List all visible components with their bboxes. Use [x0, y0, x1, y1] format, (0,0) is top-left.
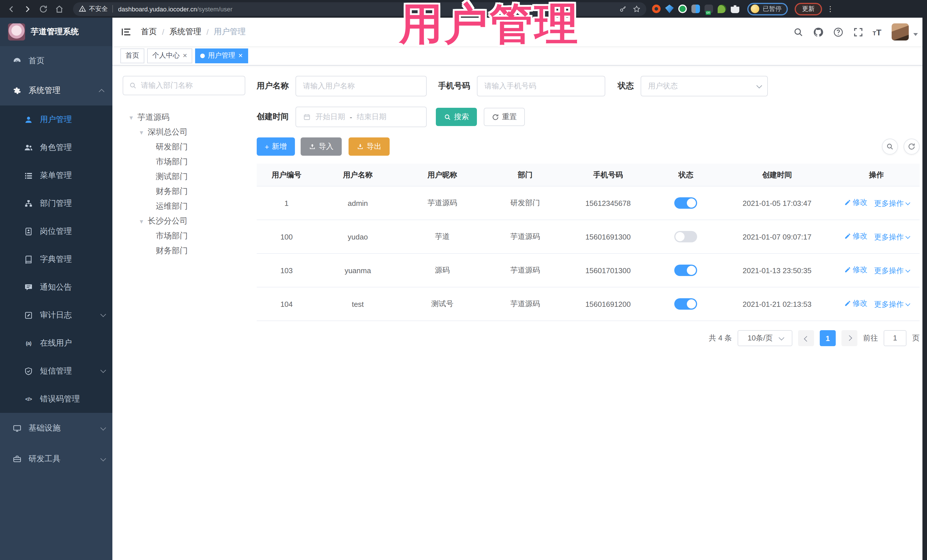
bookmark-star-icon[interactable] [633, 5, 641, 13]
fullscreen-icon[interactable] [853, 27, 863, 37]
caret-expanded-icon[interactable]: ▼ [137, 218, 146, 225]
username-input[interactable]: 请输入用户名称 [295, 76, 427, 96]
more-actions-link[interactable]: 更多操作 [874, 299, 909, 310]
dept-search-input[interactable]: 请输入部门名称 [123, 76, 245, 95]
tag-home[interactable]: 首页 [120, 48, 144, 63]
tree-node-leaf[interactable]: 市场部门 [123, 229, 245, 243]
sidebar-item-user-mgmt[interactable]: 用户管理 [0, 106, 112, 134]
switch-on-extension-icon[interactable] [705, 5, 713, 13]
sidebar-item-devtools[interactable]: 研发工具 [0, 444, 112, 475]
tree-node-company[interactable]: ▼深圳总公司 [123, 125, 245, 140]
tree-node-leaf[interactable]: 财务部门 [123, 184, 245, 199]
prev-page-button[interactable] [798, 330, 814, 346]
green-circle-extension-icon[interactable] [678, 5, 687, 13]
search-button[interactable]: 搜索 [436, 108, 477, 126]
add-button[interactable]: +新增 [257, 137, 295, 156]
tree-node-leaf[interactable]: 研发部门 [123, 140, 245, 155]
page-size-select[interactable]: 10条/页 [738, 330, 792, 346]
close-icon[interactable]: ✕ [182, 52, 187, 59]
font-size-icon[interactable]: TT [872, 27, 881, 37]
tree-node-company[interactable]: ▼长沙分公司 [123, 214, 245, 229]
reset-button[interactable]: 重置 [484, 108, 525, 126]
avatar-caret-down-icon[interactable] [913, 33, 918, 36]
profile-paused-pill[interactable]: 已暂停 [747, 3, 788, 15]
status-toggle[interactable] [675, 265, 698, 276]
tree-node-leaf[interactable]: 市场部门 [123, 155, 245, 169]
export-button[interactable]: 导出 [348, 137, 389, 156]
tree-node-leaf[interactable]: 测试部门 [123, 169, 245, 184]
sidebar-item-online-users[interactable]: (a) 在线用户 [0, 329, 112, 357]
tree-node-root[interactable]: ▼芋道源码 [123, 110, 245, 125]
close-icon[interactable]: ✕ [238, 52, 243, 59]
caret-expanded-icon[interactable]: ▼ [127, 114, 135, 121]
sidebar-item-infra[interactable]: 基础设施 [0, 413, 112, 444]
sidebar-item-post-mgmt[interactable]: 岗位管理 [0, 217, 112, 245]
dept-search-placeholder: 请输入部门名称 [141, 80, 193, 91]
security-label[interactable]: 不安全 [89, 5, 108, 13]
header-search-icon[interactable] [793, 27, 804, 37]
orange-circle-extension-icon[interactable] [652, 5, 661, 13]
more-actions-link[interactable]: 更多操作 [874, 232, 909, 242]
chevron-down-icon [906, 234, 910, 239]
address-bar[interactable]: 不安全 dashboard.yudao.iocoder.cn/system/us… [73, 2, 646, 16]
sidebar-item-role-mgmt[interactable]: 角色管理 [0, 134, 112, 161]
next-page-button[interactable] [842, 330, 857, 346]
window-scrollbar[interactable] [922, 18, 927, 560]
mobile-input[interactable]: 请输入手机号码 [477, 76, 605, 96]
tag-user-mgmt[interactable]: 用户管理✕ [195, 48, 248, 63]
sidebar-item-sms-mgmt[interactable]: 短信管理 [0, 357, 112, 385]
edit-link[interactable]: 修改 [844, 231, 868, 241]
sidebar-item-notice[interactable]: 通知公告 [0, 273, 112, 301]
toolbox-icon [12, 454, 22, 464]
breadcrumb-home[interactable]: 首页 [141, 27, 157, 37]
sidebar-fold-icon[interactable] [120, 26, 132, 38]
sidebar-item-audit-log[interactable]: 审计日志 [0, 301, 112, 329]
forward-icon[interactable] [23, 4, 32, 14]
grid-extension-icon[interactable] [691, 5, 700, 13]
sidebar-item-dict-mgmt[interactable]: 字典管理 [0, 245, 112, 273]
tag-profile[interactable]: 个人中心✕ [147, 48, 193, 63]
app-logo-row[interactable]: 芋道管理系统 [0, 18, 112, 46]
tree-node-leaf[interactable]: 运维部门 [123, 199, 245, 214]
upload-icon [308, 143, 316, 150]
url-path[interactable]: /system/user [197, 5, 233, 12]
import-button[interactable]: 导入 [300, 137, 342, 156]
toggle-search-button[interactable] [882, 138, 898, 155]
user-avatar[interactable] [892, 23, 909, 41]
caret-expanded-icon[interactable]: ▼ [137, 129, 146, 135]
more-actions-link[interactable]: 更多操作 [874, 266, 909, 276]
browser-update-button[interactable]: 更新 [795, 3, 822, 15]
more-actions-link[interactable]: 更多操作 [874, 199, 909, 209]
user-icon [24, 115, 33, 124]
password-key-icon[interactable] [619, 5, 627, 13]
sidebar-item-errorcode-mgmt[interactable]: </> 错误码管理 [0, 385, 112, 413]
status-toggle[interactable] [675, 231, 698, 242]
status-toggle[interactable] [675, 197, 698, 209]
chat-bubble-icon [24, 282, 33, 292]
refresh-table-button[interactable] [904, 138, 919, 155]
sidebar-item-menu-mgmt[interactable]: 菜单管理 [0, 161, 112, 189]
green-leaf-extension-icon[interactable] [718, 5, 726, 13]
back-icon[interactable] [7, 4, 16, 14]
sidebar-item-system[interactable]: 系统管理 [0, 76, 112, 106]
github-icon[interactable] [813, 27, 824, 37]
status-toggle[interactable] [675, 298, 698, 310]
sidebar-item-dept-mgmt[interactable]: 部门管理 [0, 189, 112, 217]
puzzle-extension-icon[interactable] [731, 5, 739, 13]
reload-icon[interactable] [39, 4, 48, 14]
edit-link[interactable]: 修改 [844, 265, 868, 275]
url-host[interactable]: dashboard.yudao.iocoder.cn [118, 5, 197, 12]
edit-link[interactable]: 修改 [844, 298, 868, 308]
blue-gem-extension-icon[interactable] [665, 5, 674, 13]
date-range-picker[interactable]: 开始日期 - 结束日期 [295, 107, 427, 127]
goto-page-input[interactable]: 1 [884, 330, 906, 346]
sidebar-item-home[interactable]: 首页 [0, 46, 112, 76]
home-icon[interactable] [55, 4, 64, 14]
tree-node-leaf[interactable]: 财务部门 [123, 243, 245, 258]
status-select[interactable]: 用户状态 [641, 76, 768, 96]
help-icon[interactable] [833, 27, 843, 37]
browser-menu-icon[interactable]: ⋮ [827, 5, 834, 13]
current-page[interactable]: 1 [820, 330, 836, 346]
edit-link[interactable]: 修改 [844, 197, 868, 208]
breadcrumb-system[interactable]: 系统管理 [169, 27, 201, 37]
